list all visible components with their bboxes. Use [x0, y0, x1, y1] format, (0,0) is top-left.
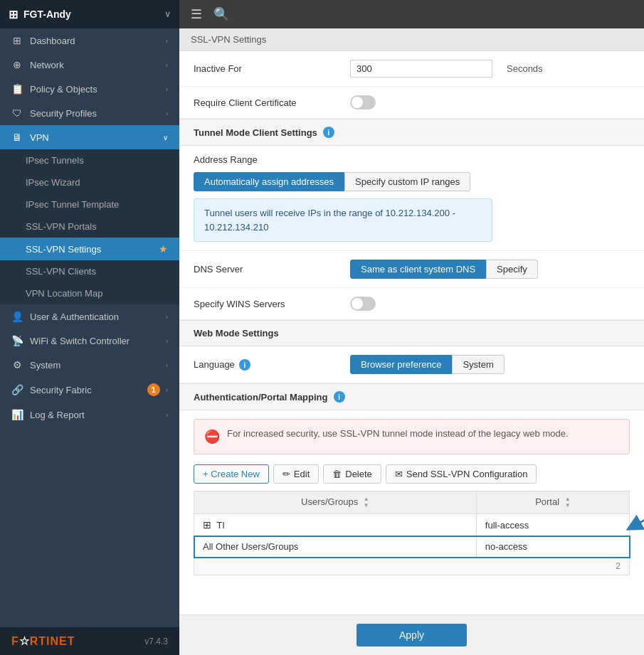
warning-icon: ⛔	[204, 427, 220, 447]
user-auth-icon: 👤	[11, 311, 23, 322]
vpn-arrow: ∨	[163, 134, 168, 142]
security-profiles-arrow: ›	[166, 110, 168, 117]
star-icon: ★	[159, 243, 168, 255]
language-label: Language i	[194, 359, 336, 371]
seconds-unit: Seconds	[507, 63, 543, 74]
ssl-clients-label: SSL-VPN Clients	[26, 266, 96, 277]
sidebar-item-ssl-clients[interactable]: SSL-VPN Clients	[0, 260, 179, 282]
ipsec-template-label: IPsec Tunnel Template	[26, 199, 119, 210]
auth-portal-title: Authentication/Portal Mapping	[194, 392, 328, 403]
menu-icon[interactable]: ☰	[191, 6, 202, 22]
toolbar: + Create New ✏ ✏ Edit Edit 🗑 Delete ✉ Se…	[194, 464, 630, 484]
row1-portal: full-access	[476, 514, 629, 536]
user-auth-arrow: ›	[166, 313, 168, 321]
create-new-btn[interactable]: + Create New	[194, 464, 269, 484]
sidebar-item-vpn-location[interactable]: VPN Location Map	[0, 282, 179, 304]
sidebar-label-system: System	[30, 360, 60, 371]
col-portal: Portal	[476, 491, 629, 514]
sidebar-item-security-profiles[interactable]: 🛡Security Profiles ›	[0, 101, 179, 125]
network-icon: ⊕	[11, 59, 23, 70]
vpn-submenu: IPsec Tunnels IPsec Wizard IPsec Tunnel …	[0, 149, 179, 304]
auth-section: ⛔ For increased security, use SSL-VPN tu…	[179, 410, 644, 590]
sidebar-item-ssl-settings[interactable]: SSL-VPN Settings ★	[0, 238, 179, 260]
system-arrow: ›	[166, 361, 168, 369]
system-lang-btn[interactable]: System	[452, 355, 504, 374]
sidebar-footer: F☆RTINET v7.4.3	[0, 627, 179, 655]
delete-btn[interactable]: 🗑 Delete	[323, 464, 381, 484]
ssl-portals-label: SSL-VPN Portals	[26, 221, 97, 232]
auto-assign-btn[interactable]: Automatically assign addresses	[194, 172, 344, 191]
sidebar-label-dashboard: Dashboard	[30, 36, 75, 46]
row1-group: ⊞ TI	[194, 514, 477, 536]
language-btn-group: Browser preference System	[350, 355, 505, 374]
require-cert-label: Require Client Certificate	[194, 97, 336, 108]
sidebar-item-dashboard[interactable]: ⊞Dashboard ›	[0, 28, 179, 53]
send-config-btn[interactable]: ✉ Send SSL-VPN Configuration	[386, 464, 537, 484]
inactive-for-input[interactable]	[350, 60, 492, 78]
search-icon[interactable]: 🔍	[213, 6, 229, 22]
table-row[interactable]: ⊞ TI full-access	[194, 514, 630, 536]
sidebar-item-ipsec-tunnels[interactable]: IPsec Tunnels	[0, 149, 179, 171]
ipsec-wizard-label: IPsec Wizard	[26, 177, 80, 188]
col-users-groups: Users/Groups	[194, 491, 477, 514]
sidebar-item-system[interactable]: ⚙System ›	[0, 353, 179, 377]
auth-portal-info-icon[interactable]: i	[334, 391, 345, 403]
header-arrow: ∨	[164, 9, 171, 19]
web-mode-header: Web Mode Settings	[179, 320, 644, 346]
sidebar-item-ssl-portals[interactable]: SSL-VPN Portals	[0, 215, 179, 238]
dns-btn-group: Same as client system DNS Specify	[350, 260, 538, 279]
portal-mapping-table: Users/Groups Portal	[194, 491, 630, 558]
address-range-label: Address Range	[194, 154, 336, 165]
table-wrapper: Users/Groups Portal	[194, 491, 630, 575]
table-row-selected[interactable]: All Other Users/Groups no-access	[194, 536, 630, 558]
policy-icon: 📋	[11, 83, 23, 95]
address-range-row: Address Range Automatically assign addre…	[179, 146, 644, 251]
main-content: ☰ 🔍 SSL-VPN Settings Inactive For Second…	[179, 0, 644, 655]
dns-server-row: DNS Server Same as client system DNS Spe…	[179, 251, 644, 288]
blue-arrow-annotation	[626, 501, 644, 537]
sidebar-item-network[interactable]: ⊕Network ›	[0, 53, 179, 77]
tunnel-mode-info-icon[interactable]: i	[323, 127, 334, 138]
sidebar-item-ipsec-template[interactable]: IPsec Tunnel Template	[0, 193, 179, 215]
sidebar-item-user-auth[interactable]: 👤User & Authentication ›	[0, 304, 179, 329]
svg-line-0	[633, 508, 644, 526]
dns-same-btn[interactable]: Same as client system DNS	[350, 260, 486, 279]
delete-icon: 🗑	[332, 469, 342, 479]
tunnel-mode-header: Tunnel Mode Client Settings i	[179, 119, 644, 146]
apply-button[interactable]: Apply	[357, 624, 467, 646]
app-icon: ⊞	[9, 8, 18, 21]
sidebar-item-policy[interactable]: 📋Policy & Objects ›	[0, 77, 179, 101]
sidebar-item-ipsec-wizard[interactable]: IPsec Wizard	[0, 171, 179, 193]
sidebar-item-wifi[interactable]: 📡WiFi & Switch Controller ›	[0, 329, 179, 353]
address-info-text: Tunnel users will receive IPs in the ran…	[204, 208, 455, 233]
vpn-icon: 🖥	[11, 132, 23, 143]
sidebar-label-network: Network	[30, 60, 64, 70]
policy-arrow: ›	[166, 85, 168, 93]
content-area: Inactive For Seconds Require Client Cert…	[179, 51, 644, 614]
dns-specify-btn[interactable]: Specify	[486, 260, 538, 279]
sidebar-item-log-report[interactable]: 📊Log & Report ›	[0, 403, 179, 427]
specify-wins-toggle[interactable]	[350, 297, 376, 311]
address-info-box: Tunnel users will receive IPs in the ran…	[194, 198, 492, 242]
specify-wins-label: Specify WINS Servers	[194, 299, 336, 309]
edit-btn[interactable]: ✏ ✏ Edit Edit	[273, 464, 319, 484]
bottom-bar: Apply	[179, 614, 644, 655]
table-footer: 2	[194, 558, 630, 575]
tunnel-mode-title: Tunnel Mode Client Settings	[194, 127, 317, 138]
table-count: 2	[616, 561, 621, 571]
sidebar-item-vpn[interactable]: 🖥VPN ∨	[0, 125, 179, 149]
sidebar-header: ⊞ FGT-Andy ∨	[0, 0, 179, 28]
language-info-icon[interactable]: i	[239, 359, 250, 371]
topbar: ☰ 🔍	[179, 0, 644, 28]
specify-ip-btn[interactable]: Specify custom IP ranges	[344, 172, 470, 191]
row2-group: All Other Users/Groups	[194, 536, 477, 558]
browser-pref-btn[interactable]: Browser preference	[350, 355, 452, 374]
security-fabric-arrow: ›	[166, 386, 168, 394]
sidebar-label-user-auth: User & Authentication	[30, 311, 119, 322]
ssl-settings-label: SSL-VPN Settings	[26, 244, 101, 255]
require-cert-toggle[interactable]	[350, 95, 376, 110]
warning-text: For increased security, use SSL-VPN tunn…	[227, 427, 569, 441]
sidebar-item-security-fabric[interactable]: 🔗Security Fabric 1 ›	[0, 377, 179, 403]
app-title: FGT-Andy	[23, 9, 71, 20]
warning-box: ⛔ For increased security, use SSL-VPN tu…	[194, 419, 630, 454]
